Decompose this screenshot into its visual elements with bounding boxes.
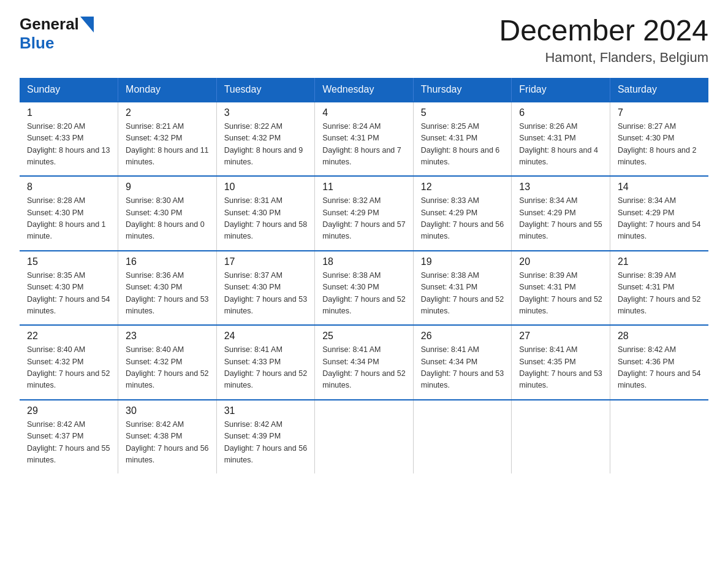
calendar-cell: 13Sunrise: 8:34 AMSunset: 4:29 PMDayligh…	[512, 176, 610, 251]
day-info: Sunrise: 8:42 AMSunset: 4:37 PMDaylight:…	[27, 419, 110, 467]
calendar-cell: 10Sunrise: 8:31 AMSunset: 4:30 PMDayligh…	[216, 176, 315, 251]
col-header-wednesday: Wednesday	[315, 78, 414, 102]
calendar-cell: 17Sunrise: 8:37 AMSunset: 4:30 PMDayligh…	[216, 251, 315, 326]
col-header-tuesday: Tuesday	[216, 78, 315, 102]
day-info: Sunrise: 8:28 AMSunset: 4:30 PMDaylight:…	[27, 195, 110, 243]
day-number: 7	[618, 107, 701, 118]
week-row-2: 8Sunrise: 8:28 AMSunset: 4:30 PMDaylight…	[20, 176, 708, 251]
day-number: 19	[421, 256, 504, 267]
col-header-friday: Friday	[512, 78, 610, 102]
day-info: Sunrise: 8:31 AMSunset: 4:30 PMDaylight:…	[224, 195, 308, 243]
day-number: 15	[27, 256, 110, 267]
calendar-cell: 29Sunrise: 8:42 AMSunset: 4:37 PMDayligh…	[20, 400, 118, 474]
day-info: Sunrise: 8:20 AMSunset: 4:33 PMDaylight:…	[27, 121, 110, 169]
logo: General Blue	[20, 15, 94, 53]
day-info: Sunrise: 8:37 AMSunset: 4:30 PMDaylight:…	[224, 270, 308, 318]
day-info: Sunrise: 8:35 AMSunset: 4:30 PMDaylight:…	[27, 270, 110, 318]
calendar-cell: 24Sunrise: 8:41 AMSunset: 4:33 PMDayligh…	[216, 325, 315, 400]
calendar-cell: 14Sunrise: 8:34 AMSunset: 4:29 PMDayligh…	[610, 176, 708, 251]
day-info: Sunrise: 8:36 AMSunset: 4:30 PMDaylight:…	[126, 270, 209, 318]
day-info: Sunrise: 8:38 AMSunset: 4:30 PMDaylight:…	[322, 270, 406, 318]
calendar-cell	[315, 400, 414, 474]
location-text: Hamont, Flanders, Belgium	[499, 50, 708, 66]
day-number: 24	[224, 331, 308, 342]
calendar-cell: 28Sunrise: 8:42 AMSunset: 4:36 PMDayligh…	[610, 325, 708, 400]
calendar-cell: 20Sunrise: 8:39 AMSunset: 4:31 PMDayligh…	[512, 251, 610, 326]
day-info: Sunrise: 8:30 AMSunset: 4:30 PMDaylight:…	[126, 195, 209, 243]
day-number: 16	[126, 256, 209, 267]
day-number: 9	[126, 182, 209, 193]
day-info: Sunrise: 8:39 AMSunset: 4:31 PMDaylight:…	[618, 270, 701, 318]
day-number: 3	[224, 107, 308, 118]
col-header-saturday: Saturday	[610, 78, 708, 102]
day-number: 27	[519, 331, 602, 342]
calendar-cell: 27Sunrise: 8:41 AMSunset: 4:35 PMDayligh…	[512, 325, 610, 400]
month-title: December 2024	[499, 15, 708, 47]
week-row-3: 15Sunrise: 8:35 AMSunset: 4:30 PMDayligh…	[20, 251, 708, 326]
day-info: Sunrise: 8:42 AMSunset: 4:38 PMDaylight:…	[126, 419, 209, 467]
day-number: 13	[519, 182, 602, 193]
day-info: Sunrise: 8:41 AMSunset: 4:34 PMDaylight:…	[322, 344, 406, 392]
day-number: 10	[224, 182, 308, 193]
calendar-cell	[413, 400, 512, 474]
day-number: 2	[126, 107, 209, 118]
day-number: 8	[27, 182, 110, 193]
calendar-cell	[610, 400, 708, 474]
day-info: Sunrise: 8:26 AMSunset: 4:31 PMDaylight:…	[519, 121, 602, 169]
calendar-cell: 6Sunrise: 8:26 AMSunset: 4:31 PMDaylight…	[512, 102, 610, 177]
day-number: 4	[322, 107, 406, 118]
day-info: Sunrise: 8:40 AMSunset: 4:32 PMDaylight:…	[126, 344, 209, 392]
day-number: 12	[421, 182, 504, 193]
day-info: Sunrise: 8:24 AMSunset: 4:31 PMDaylight:…	[322, 121, 406, 169]
day-info: Sunrise: 8:42 AMSunset: 4:39 PMDaylight:…	[224, 419, 308, 467]
day-info: Sunrise: 8:34 AMSunset: 4:29 PMDaylight:…	[618, 195, 701, 243]
day-info: Sunrise: 8:40 AMSunset: 4:32 PMDaylight:…	[27, 344, 110, 392]
day-info: Sunrise: 8:33 AMSunset: 4:29 PMDaylight:…	[421, 195, 504, 243]
week-row-5: 29Sunrise: 8:42 AMSunset: 4:37 PMDayligh…	[20, 400, 708, 474]
title-section: December 2024 Hamont, Flanders, Belgium	[499, 15, 708, 66]
logo-general-text: General	[20, 15, 79, 34]
calendar-cell	[512, 400, 610, 474]
day-number: 21	[618, 256, 701, 267]
day-number: 23	[126, 331, 209, 342]
calendar-cell: 1Sunrise: 8:20 AMSunset: 4:33 PMDaylight…	[20, 102, 118, 177]
day-number: 5	[421, 107, 504, 118]
logo-arrow-icon	[80, 17, 94, 33]
calendar-cell: 22Sunrise: 8:40 AMSunset: 4:32 PMDayligh…	[20, 325, 118, 400]
day-number: 20	[519, 256, 602, 267]
week-row-1: 1Sunrise: 8:20 AMSunset: 4:33 PMDaylight…	[20, 102, 708, 177]
calendar-cell: 4Sunrise: 8:24 AMSunset: 4:31 PMDaylight…	[315, 102, 414, 177]
day-number: 11	[322, 182, 406, 193]
day-number: 17	[224, 256, 308, 267]
calendar-cell: 31Sunrise: 8:42 AMSunset: 4:39 PMDayligh…	[216, 400, 315, 474]
day-number: 30	[126, 405, 209, 416]
day-info: Sunrise: 8:41 AMSunset: 4:34 PMDaylight:…	[421, 344, 504, 392]
day-info: Sunrise: 8:42 AMSunset: 4:36 PMDaylight:…	[618, 344, 701, 392]
day-number: 18	[322, 256, 406, 267]
calendar-cell: 5Sunrise: 8:25 AMSunset: 4:31 PMDaylight…	[413, 102, 512, 177]
day-info: Sunrise: 8:27 AMSunset: 4:30 PMDaylight:…	[618, 121, 701, 169]
page-header: General Blue December 2024 Hamont, Fland…	[20, 15, 708, 66]
day-number: 6	[519, 107, 602, 118]
day-info: Sunrise: 8:41 AMSunset: 4:35 PMDaylight:…	[519, 344, 602, 392]
day-info: Sunrise: 8:22 AMSunset: 4:32 PMDaylight:…	[224, 121, 308, 169]
day-info: Sunrise: 8:21 AMSunset: 4:32 PMDaylight:…	[126, 121, 209, 169]
calendar-cell: 8Sunrise: 8:28 AMSunset: 4:30 PMDaylight…	[20, 176, 118, 251]
calendar-cell: 16Sunrise: 8:36 AMSunset: 4:30 PMDayligh…	[118, 251, 217, 326]
calendar-cell: 26Sunrise: 8:41 AMSunset: 4:34 PMDayligh…	[413, 325, 512, 400]
calendar-cell: 25Sunrise: 8:41 AMSunset: 4:34 PMDayligh…	[315, 325, 414, 400]
day-number: 22	[27, 331, 110, 342]
week-row-4: 22Sunrise: 8:40 AMSunset: 4:32 PMDayligh…	[20, 325, 708, 400]
calendar-cell: 19Sunrise: 8:38 AMSunset: 4:31 PMDayligh…	[413, 251, 512, 326]
col-header-thursday: Thursday	[413, 78, 512, 102]
day-number: 14	[618, 182, 701, 193]
col-header-monday: Monday	[118, 78, 217, 102]
calendar-cell: 11Sunrise: 8:32 AMSunset: 4:29 PMDayligh…	[315, 176, 414, 251]
calendar-cell: 23Sunrise: 8:40 AMSunset: 4:32 PMDayligh…	[118, 325, 217, 400]
day-info: Sunrise: 8:25 AMSunset: 4:31 PMDaylight:…	[421, 121, 504, 169]
day-number: 26	[421, 331, 504, 342]
calendar-header-row: SundayMondayTuesdayWednesdayThursdayFrid…	[20, 78, 708, 102]
day-info: Sunrise: 8:39 AMSunset: 4:31 PMDaylight:…	[519, 270, 602, 318]
day-info: Sunrise: 8:41 AMSunset: 4:33 PMDaylight:…	[224, 344, 308, 392]
calendar-cell: 18Sunrise: 8:38 AMSunset: 4:30 PMDayligh…	[315, 251, 414, 326]
